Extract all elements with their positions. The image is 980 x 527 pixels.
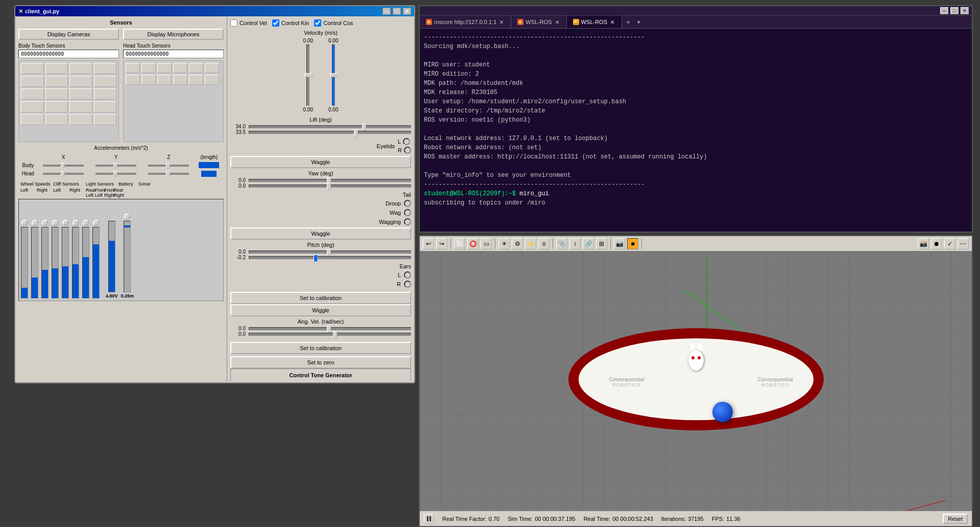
undo-button[interactable]: ↩ (423, 238, 434, 249)
terminal-minimize-button[interactable]: ─ (940, 7, 948, 14)
checkmark-button[interactable]: ✓ (944, 238, 955, 249)
body-y-slider[interactable] (95, 165, 136, 167)
arena-brand-right-sub: ROBOTICS (758, 382, 793, 387)
record-button[interactable]: ⏺ (931, 238, 942, 249)
wiggle-button[interactable]: Wiggle (230, 304, 411, 316)
redo-button[interactable]: ↪ (436, 238, 447, 249)
wsl-ros-2-tab-close-icon[interactable]: ✕ (609, 19, 615, 25)
ears-l-radio[interactable] (404, 271, 411, 279)
accel-header-row: X Y Z (length) (19, 154, 223, 161)
arena-inner-floor: Consequential ROBOTICS Consequential ROB… (579, 338, 814, 420)
yaw-slider-2[interactable] (249, 185, 411, 188)
touch-cell (45, 101, 68, 112)
snap-button[interactable]: 📎 (556, 238, 567, 249)
droop-radio[interactable] (404, 200, 411, 207)
wagging-label: Wagging (379, 219, 401, 225)
arena-brand-left-sub: ROBOTICS (609, 382, 644, 387)
link-button[interactable]: 🔗 (583, 238, 594, 249)
control-kin-checkbox[interactable] (272, 19, 279, 27)
pitch-slider-2[interactable] (249, 256, 411, 259)
sub-left-2: Left (53, 188, 67, 198)
body-x-slider[interactable] (43, 165, 84, 167)
sub-right-2: Right (69, 188, 84, 198)
roscore-tab-close-icon[interactable]: ✕ (498, 19, 505, 25)
eyelids-r-radio[interactable] (404, 147, 411, 154)
vel-left-slider[interactable] (306, 44, 309, 106)
circle-button[interactable]: ⭕ (467, 238, 479, 249)
vel-right-bottom: 0.00 (328, 107, 338, 112)
pitch-value-1: 0.0 (230, 249, 246, 255)
maximize-button[interactable]: □ (393, 8, 401, 15)
move-button[interactable]: ↕ (569, 238, 581, 249)
orange-active-button[interactable]: ■ (627, 238, 638, 249)
screenshot-button[interactable]: 📸 (918, 238, 929, 249)
viewport-reset-button[interactable]: Reset (943, 514, 968, 524)
terminal-close-button[interactable]: ✕ (961, 7, 969, 14)
lift-slider-2[interactable] (249, 131, 411, 134)
display-cameras-button[interactable]: Display Cameras (18, 29, 119, 40)
ears-r-radio[interactable] (404, 281, 411, 288)
body-touch-row-3 (21, 88, 116, 100)
terminal-maximize-button[interactable]: □ (950, 7, 959, 14)
accel-col-x: X (38, 154, 89, 161)
viewport-window: ↩ ↪ ⬜ ⭕ ▭ ☀ ⚙ ⚡ ≡ 📎 ↕ 🔗 ⊞ 📷 ■ 📸 ⏺ ✓ ⋯ (419, 235, 973, 527)
layers-button[interactable]: ≡ (538, 238, 549, 249)
tab-dropdown-button[interactable]: ▾ (634, 16, 643, 28)
wagging-radio[interactable] (404, 218, 411, 225)
ang-vel-slider-1[interactable] (249, 327, 411, 330)
terminal-content: ----------------------------------------… (420, 29, 972, 240)
wag-radio[interactable] (404, 209, 411, 216)
vel-right-slider-group: 0.00 0.00 (328, 38, 338, 112)
lift-slider-1[interactable] (249, 125, 411, 128)
set-calibration-button[interactable]: Set to calibration (230, 292, 411, 304)
light-rearright-dot (93, 220, 99, 226)
term-line-prompt: student@WSL-ROS(2209f):~$ miro_gui (424, 189, 968, 198)
tab-wsl-ros-1[interactable]: 🔔 WSL-ROS ✕ (511, 16, 566, 28)
pitch-slider-1[interactable] (249, 250, 411, 254)
wsl-ros-1-tab-close-icon[interactable]: ✕ (554, 19, 560, 25)
sun-button[interactable]: ☀ (498, 238, 510, 249)
waggle-button[interactable]: Waggle (230, 156, 411, 168)
control-vel-checkbox[interactable] (230, 19, 237, 27)
camera-button[interactable]: 📷 (614, 238, 625, 249)
head-touch-group: Head Touch Sensors 00000000000000 (123, 43, 224, 58)
box-select-button[interactable]: ▭ (481, 238, 492, 249)
sub-rear-right: Rear Right (113, 188, 121, 198)
eyelids-controls: L R (398, 138, 411, 154)
control-cos-checkbox[interactable] (314, 19, 321, 27)
body-touch-row-4 (21, 101, 116, 112)
set-calibration-button-2[interactable]: Set to calibration (230, 342, 411, 354)
eyelids-l-radio[interactable] (403, 138, 410, 145)
ears-l-label: L (398, 272, 401, 278)
close-button[interactable]: ✕ (403, 8, 411, 15)
wsl-ros-2-tab-icon: 🔔 (573, 19, 579, 25)
new-tab-button[interactable]: + (622, 16, 634, 28)
pause-button[interactable] (424, 514, 434, 524)
vel-right-slider[interactable] (332, 44, 335, 106)
sensor-bars-section: Wheel Speeds Cliff Sensors Light Sensors… (18, 181, 224, 301)
ang-vel-slider-2[interactable] (249, 333, 411, 336)
dots-button[interactable]: ⋯ (958, 238, 969, 249)
head-touch-cell (126, 75, 140, 85)
cliff-sensors-label: Cliff Sensors (53, 181, 84, 187)
set-to-zero-button[interactable]: Set to zero (230, 356, 411, 369)
minimize-button[interactable]: ─ (383, 8, 391, 15)
iterations-value: 37195 (688, 516, 704, 522)
display-microphones-button[interactable]: Display Microphones (123, 29, 224, 40)
align-button[interactable]: ⊞ (596, 238, 607, 249)
body-z-slider[interactable] (148, 165, 189, 167)
tab-roscore[interactable]: 🔔 roscore http://127.0.0.1:1 ✕ (420, 16, 511, 28)
yaw-slider-1[interactable] (249, 179, 411, 182)
head-x-slider[interactable] (43, 173, 84, 175)
tab-wsl-ros-2[interactable]: 🔔 WSL-ROS ✕ (567, 16, 622, 28)
select-button[interactable]: ⬜ (454, 238, 465, 249)
wheel-right-bar (32, 278, 38, 298)
window-title: client_gui.py (25, 8, 59, 14)
term-line-miro-user: MIRO user: student (424, 60, 968, 70)
waggle-button-2[interactable]: Waggle (230, 227, 411, 240)
gear-button[interactable]: ⚙ (512, 238, 523, 249)
grid-button[interactable]: ⚡ (525, 238, 536, 249)
head-y-slider[interactable] (95, 173, 136, 175)
tail-label: Tail (402, 192, 411, 198)
head-z-slider[interactable] (148, 173, 189, 175)
